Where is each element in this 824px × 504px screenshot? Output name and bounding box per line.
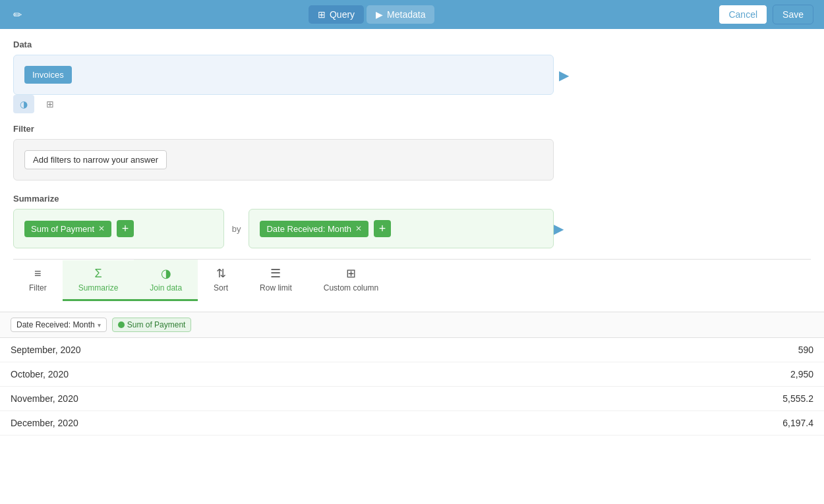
query-tab[interactable]: ⊞ Query <box>309 5 364 24</box>
date-cell: December, 2020 <box>0 411 525 435</box>
metadata-tab[interactable]: ▶ Metadata <box>367 5 434 24</box>
date-column-chevron: ▾ <box>98 322 101 329</box>
summarize-toolbar-label: Summarize <box>78 283 119 293</box>
row-limit-toolbar-icon: ☰ <box>270 266 281 281</box>
date-cell: November, 2020 <box>0 387 525 411</box>
date-cell: September, 2020 <box>0 338 525 362</box>
results-header: Date Received: Month ▾ Sum of Payment <box>0 312 824 338</box>
data-source-box: Invoices <box>13 55 554 95</box>
date-column-label: Date Received: Month <box>16 320 95 329</box>
date-received-month-pill[interactable]: Date Received: Month ✕ <box>260 221 368 237</box>
row-limit-toolbar-label: Row limit <box>260 283 292 293</box>
payment-column-header[interactable]: Sum of Payment <box>112 318 192 332</box>
sort-toolbar-icon: ⇅ <box>216 266 226 281</box>
summarize-toolbar-icon: Σ <box>94 267 102 281</box>
table-row: October, 2020 2,950 <box>0 362 824 387</box>
sum-of-payment-label: Sum of Payment <box>31 224 94 234</box>
sum-pill-circle <box>118 322 125 328</box>
payment-column-label: Sum of Payment <box>127 320 186 329</box>
summarize-group-box: Date Received: Month ✕ + <box>249 209 554 248</box>
grid-icon: ⊞ <box>46 99 54 109</box>
summarize-row-wrapper: Sum of Payment ✕ + by Date Received: Mon… <box>13 209 811 248</box>
filter-section: Filter Add filters to narrow your answer <box>13 124 811 181</box>
remove-date-month-icon[interactable]: ✕ <box>355 224 362 233</box>
add-filter-button[interactable]: Add filters to narrow your answer <box>24 150 167 169</box>
run-summarize-button[interactable]: ▶ <box>554 221 564 237</box>
date-received-month-label: Date Received: Month <box>266 224 351 234</box>
metadata-tab-icon: ▶ <box>376 9 383 20</box>
filter-toolbar-button[interactable]: ≡ Filter <box>13 260 63 301</box>
summarize-metric-box: Sum of Payment ✕ + <box>13 209 224 248</box>
bottom-toolbar: ≡ Filter Σ Summarize ◑ Join data ⇅ Sort … <box>13 259 811 301</box>
join-data-toolbar-button[interactable]: ◑ Join data <box>134 260 198 301</box>
table-row: November, 2020 5,555.2 <box>0 387 824 411</box>
data-row: Invoices ▶ <box>13 55 811 95</box>
data-section-label: Data <box>13 40 811 49</box>
summarize-section-label: Summarize <box>13 194 811 204</box>
query-tab-label: Query <box>330 9 355 20</box>
table-row: September, 2020 590 <box>0 338 824 362</box>
view-toggle-icons: ◑ ⊞ <box>13 95 811 113</box>
filter-toolbar-label: Filter <box>29 283 47 293</box>
value-cell: 590 <box>525 338 824 362</box>
data-section: Data Invoices ▶ ◑ ⊞ <box>13 40 811 113</box>
remove-sum-payment-icon[interactable]: ✕ <box>98 224 105 233</box>
summarize-section: Summarize Sum of Payment ✕ + by Date Rec… <box>13 194 811 248</box>
add-group-button[interactable]: + <box>374 220 391 237</box>
toggle-grid-button[interactable]: ⊞ <box>40 95 61 113</box>
by-label: by <box>232 224 241 234</box>
value-cell: 6,197.4 <box>525 411 824 435</box>
query-tab-icon: ⊞ <box>318 9 326 20</box>
invoices-source-button[interactable]: Invoices <box>24 66 72 84</box>
date-column-header[interactable]: Date Received: Month ▾ <box>11 318 107 332</box>
sort-toolbar-button[interactable]: ⇅ Sort <box>198 260 244 301</box>
toggle-view-active-button[interactable]: ◑ <box>13 95 34 113</box>
save-button[interactable]: Save <box>773 5 813 24</box>
top-navigation-bar: ✏ ⊞ Query ▶ Metadata Cancel Save <box>0 0 824 29</box>
main-content: Data Invoices ▶ ◑ ⊞ Filter Add filters t… <box>0 29 824 312</box>
top-bar-actions: Cancel Save <box>719 5 813 24</box>
add-metric-button[interactable]: + <box>117 220 134 237</box>
sort-toolbar-label: Sort <box>214 283 228 293</box>
table-row: December, 2020 6,197.4 <box>0 411 824 435</box>
cancel-button[interactable]: Cancel <box>719 5 767 24</box>
summarize-toolbar-button[interactable]: Σ Summarize <box>63 260 134 301</box>
results-section: Date Received: Month ▾ Sum of Payment Se… <box>0 312 824 435</box>
sum-of-payment-pill[interactable]: Sum of Payment ✕ <box>24 221 111 237</box>
edit-icon-button[interactable]: ✏ <box>11 6 24 24</box>
run-data-button[interactable]: ▶ <box>559 67 569 83</box>
date-cell: October, 2020 <box>0 362 525 387</box>
custom-column-toolbar-icon: ⊞ <box>346 266 356 281</box>
filter-box: Add filters to narrow your answer <box>13 139 554 181</box>
toggle-circle-icon: ◑ <box>20 99 28 109</box>
custom-column-toolbar-label: Custom column <box>324 283 378 293</box>
metadata-tab-label: Metadata <box>387 9 425 20</box>
top-bar-left: ✏ <box>11 6 24 24</box>
join-data-toolbar-label: Join data <box>150 283 182 293</box>
value-cell: 5,555.2 <box>525 387 824 411</box>
filter-toolbar-icon: ≡ <box>34 267 42 281</box>
value-cell: 2,950 <box>525 362 824 387</box>
results-table: September, 2020 590 October, 2020 2,950 … <box>0 338 824 435</box>
top-bar-tabs: ⊞ Query ▶ Metadata <box>309 5 435 24</box>
filter-section-label: Filter <box>13 124 811 134</box>
custom-column-toolbar-button[interactable]: ⊞ Custom column <box>308 260 394 301</box>
join-data-toolbar-icon: ◑ <box>161 266 171 281</box>
row-limit-toolbar-button[interactable]: ☰ Row limit <box>244 260 308 301</box>
